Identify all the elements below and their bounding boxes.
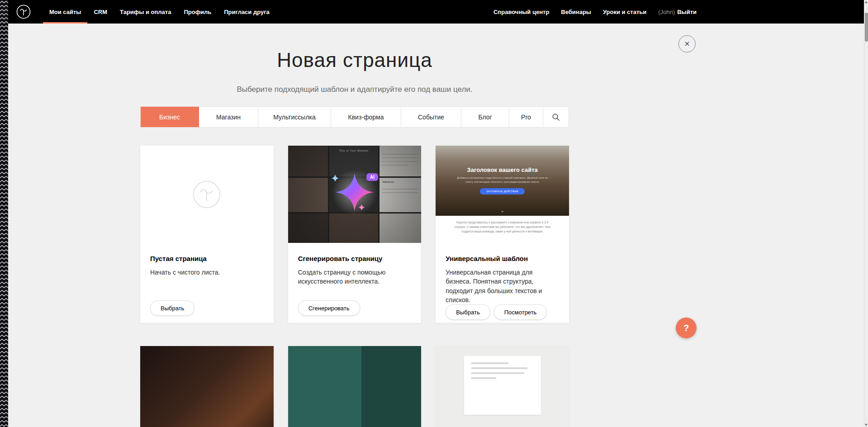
nav-item-lessons[interactable]: Уроки и статьи <box>597 0 652 24</box>
template-card-partial-2[interactable] <box>288 346 422 427</box>
card-body: Пустая страница Начать с чистого листа. … <box>140 243 274 323</box>
search-icon <box>552 113 560 121</box>
nav-item-tariffs[interactable]: Тарифы и оплата <box>114 0 177 24</box>
card-title: Универсальный шаблон <box>446 255 559 262</box>
tab-search[interactable] <box>543 107 569 127</box>
close-button[interactable]: ✕ <box>678 35 696 52</box>
preview-body-text: Коротко представьтесь и расскажите о ком… <box>451 220 554 234</box>
tilda-watermark-icon <box>192 180 222 209</box>
template-card-ai-generate[interactable]: Title of Your Website About us <box>288 146 422 323</box>
ai-sparkle-small2-icon <box>358 204 365 211</box>
question-mark-icon: ? <box>683 323 689 333</box>
close-icon: ✕ <box>684 40 690 48</box>
template-preview-image <box>436 346 569 427</box>
card-title: Сгенерировать страницу <box>298 255 412 262</box>
choose-button[interactable]: Выбрать <box>446 304 490 320</box>
scrollbar[interactable] <box>864 0 868 427</box>
card-actions: Выбрать Посмотреть <box>446 304 559 323</box>
page-subtitle: Выберите подходящий шаблон и адаптируйте… <box>140 85 569 94</box>
preview-hero: Заголовок вашего сайта Добавьте интересн… <box>436 146 569 216</box>
template-preview-image <box>288 346 422 427</box>
template-preview-image <box>140 346 274 427</box>
scroll-down-arrow-icon[interactable] <box>865 424 868 426</box>
template-cards-row-partial <box>140 346 569 427</box>
scroll-up-arrow-icon[interactable] <box>865 1 868 3</box>
tilda-logo[interactable] <box>16 4 31 19</box>
template-category-tabs: Бизнес Магазин Мультиссылка Квиз-форма С… <box>140 106 569 128</box>
top-navbar: Мои сайты CRM Тарифы и оплата Профиль Пр… <box>0 0 868 24</box>
primary-nav: Мои сайты CRM Тарифы и оплата Профиль Пр… <box>43 0 276 24</box>
card-description: Универсальная страница для бизнеса. Поня… <box>446 268 559 304</box>
card-body: Сгенерировать страницу Создать страницу … <box>288 243 422 323</box>
template-card-partial-1[interactable] <box>140 346 274 427</box>
tab-business[interactable]: Бизнес <box>141 107 199 127</box>
generate-button[interactable]: Сгенерировать <box>298 300 360 316</box>
ai-badge: AI <box>366 173 378 181</box>
logout-link[interactable]: Выйти <box>677 9 697 15</box>
zigzag-side-strip <box>0 0 8 427</box>
preview-hero-title: Заголовок вашего сайта <box>467 166 538 173</box>
ai-sparkle-small-icon <box>331 174 339 182</box>
blank-page-preview <box>140 146 274 243</box>
view-button[interactable]: Посмотреть <box>494 304 547 320</box>
chevron-down-icon: ⌄ <box>500 208 504 213</box>
template-cards-row: Пустая страница Начать с чистого листа. … <box>140 146 569 323</box>
tab-pro[interactable]: Pro <box>509 107 543 127</box>
scrollbar-thumb[interactable] <box>865 13 868 42</box>
nav-item-my-sites[interactable]: Мои сайты <box>43 0 87 24</box>
nav-item-webinars[interactable]: Вебинары <box>555 0 597 24</box>
page: Мои сайты CRM Тарифы и оплата Профиль Пр… <box>0 0 868 427</box>
tab-blog[interactable]: Блог <box>461 107 509 127</box>
tab-multilink[interactable]: Мультиссылка <box>258 107 331 127</box>
nav-item-help-center[interactable]: Справочный центр <box>488 0 555 24</box>
card-description: Создать страницу с помощью искусственног… <box>298 268 412 286</box>
choose-button[interactable]: Выбрать <box>150 300 194 316</box>
mini-sheet <box>464 356 541 415</box>
card-title: Пустая страница <box>150 255 264 262</box>
preview-body: Коротко представьтесь и расскажите о ком… <box>436 216 569 234</box>
page-title: Новая страница <box>140 49 569 71</box>
tab-event[interactable]: Событие <box>401 107 461 127</box>
universal-template-preview: Заголовок вашего сайта Добавьте интересн… <box>436 146 569 243</box>
secondary-nav: Справочный центр Вебинары Уроки и статьи… <box>488 0 697 24</box>
help-button[interactable]: ? <box>676 318 697 338</box>
template-card-blank-page[interactable]: Пустая страница Начать с чистого листа. … <box>140 146 274 323</box>
user-name: (John) <box>658 9 675 15</box>
card-body: Универсальный шаблон Универсальная стран… <box>436 243 569 323</box>
tab-quiz[interactable]: Квиз-форма <box>331 107 401 127</box>
preview-hero-subtitle: Добавьте интересные подробности о вашей … <box>455 176 550 184</box>
card-actions: Сгенерировать <box>298 300 412 323</box>
tilda-logo-icon <box>16 4 31 19</box>
card-description: Начать с чистого листа. <box>150 268 264 277</box>
nav-item-crm[interactable]: CRM <box>87 0 114 24</box>
nav-item-invite-friend[interactable]: Пригласи друга <box>218 0 276 24</box>
template-card-universal[interactable]: Заголовок вашего сайта Добавьте интересн… <box>436 146 569 323</box>
tab-store[interactable]: Магазин <box>199 107 258 127</box>
nav-item-profile[interactable]: Профиль <box>177 0 218 24</box>
user-logout[interactable]: (John) Выйти <box>652 0 697 24</box>
preview-hero-button: Заглавное действие <box>480 188 525 195</box>
card-actions: Выбрать <box>150 300 264 323</box>
ai-preview: Title of Your Website About us <box>288 146 422 243</box>
template-card-partial-3[interactable] <box>436 346 569 427</box>
